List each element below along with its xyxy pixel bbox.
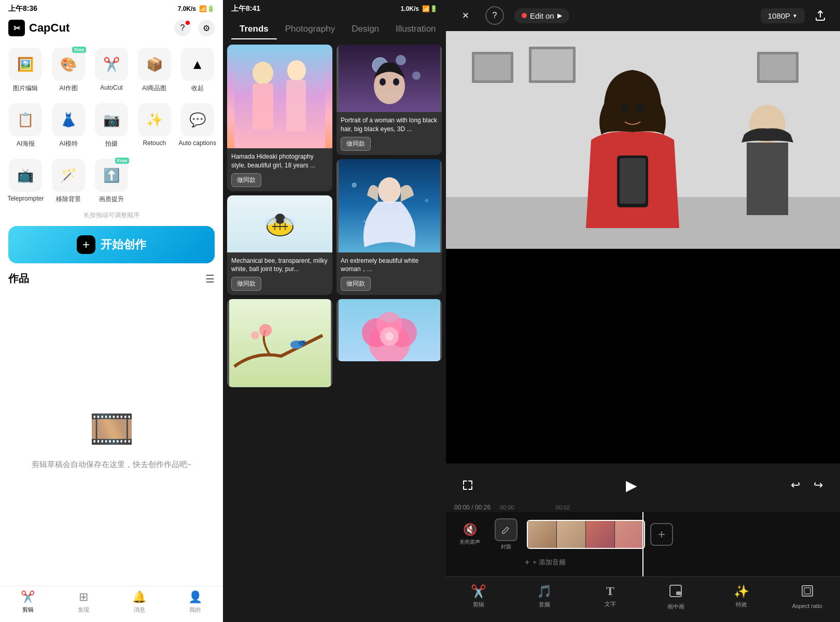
scissors-tool-icon: ✂️ bbox=[471, 584, 486, 599]
quality-selector[interactable]: 1080P ▼ bbox=[761, 8, 805, 23]
nav-item-discover[interactable]: ⊞ 发现 bbox=[56, 590, 112, 614]
tool-shoot[interactable]: 📷 拍摄 bbox=[90, 98, 133, 153]
play-button[interactable]: ▶ bbox=[620, 474, 643, 497]
tool-ai-poster[interactable]: 📋 AI海报 bbox=[4, 98, 47, 153]
tool-retouch[interactable]: ✨ Retouch bbox=[133, 98, 176, 153]
add-clip-button[interactable]: + bbox=[650, 523, 673, 546]
logo: ✂ CapCut bbox=[8, 20, 69, 36]
svg-rect-2 bbox=[253, 83, 273, 130]
svg-rect-4 bbox=[286, 80, 306, 132]
tool-audio[interactable]: 🎵 音频 bbox=[512, 581, 578, 614]
svg-point-31 bbox=[363, 220, 366, 222]
remove-bg-icon: 🪄 bbox=[52, 159, 85, 192]
fashion-card-body: Hamada Hideaki photography style, beauti… bbox=[227, 148, 332, 191]
status-time-2: 上午8:41 bbox=[231, 4, 260, 13]
tool-auto-captions-label: Auto captions bbox=[178, 139, 216, 147]
tool-ai-draw[interactable]: 🎨 Free AI作图 bbox=[47, 43, 90, 98]
video-preview bbox=[446, 31, 840, 463]
tool-ai-product[interactable]: 📦 AI商品图 bbox=[133, 43, 176, 98]
underwater-same-btn[interactable]: 做同款 bbox=[341, 277, 371, 291]
app-header: ✂ CapCut ? ⚙ bbox=[0, 16, 223, 43]
bee-same-btn[interactable]: 做同款 bbox=[231, 277, 261, 291]
svg-rect-48 bbox=[760, 54, 796, 80]
bird-image bbox=[227, 299, 332, 387]
card-bird bbox=[227, 299, 332, 387]
logo-text: CapCut bbox=[29, 21, 69, 35]
tab-design[interactable]: Design bbox=[343, 20, 387, 39]
tool-autocut-label: AutoCut bbox=[100, 84, 122, 91]
nav-edit-label: 剪辑 bbox=[22, 606, 34, 614]
add-audio-button[interactable]: + + 添加音频 bbox=[516, 555, 574, 570]
underwater-image bbox=[337, 159, 442, 252]
underwater-svg bbox=[339, 159, 440, 252]
close-button[interactable]: × bbox=[456, 6, 475, 25]
nav-item-profile[interactable]: 👤 我的 bbox=[167, 590, 223, 614]
mute-track-label[interactable]: 🔇 关闭原声 bbox=[454, 523, 485, 546]
settings-icon-btn[interactable]: ⚙ bbox=[198, 20, 215, 36]
undo-button[interactable]: ↩ bbox=[784, 474, 807, 497]
tool-auto-captions[interactable]: 💬 Auto captions bbox=[176, 98, 219, 153]
mute-label: 关闭原声 bbox=[459, 539, 480, 546]
svg-point-15 bbox=[259, 324, 272, 336]
help-icon-btn[interactable]: ? bbox=[174, 20, 191, 36]
empty-film-icon: 🎞️ bbox=[89, 407, 134, 450]
portrait-same-btn[interactable]: 做同款 bbox=[341, 137, 371, 151]
quality-label: 1080P bbox=[768, 11, 790, 20]
tool-text[interactable]: T 文字 bbox=[577, 581, 643, 614]
portrait-card-body: Portrait of a woman with long black hair… bbox=[337, 112, 442, 155]
works-sort-icon[interactable]: ☰ bbox=[205, 273, 215, 285]
nav-messages-label: 消息 bbox=[134, 606, 145, 614]
bottom-toolbar: ✂️ 剪辑 🎵 音频 T 文字 画中画 ✨ 特效 bbox=[446, 576, 840, 622]
tool-ai-model[interactable]: 👗 AI模特 bbox=[47, 98, 90, 153]
nav-item-messages[interactable]: 🔔 消息 bbox=[111, 590, 167, 614]
cover-track-label[interactable]: 封面 bbox=[491, 518, 522, 550]
card-portrait: Portrait of a woman with long black hair… bbox=[337, 45, 442, 155]
auto-captions-icon: 💬 bbox=[181, 103, 214, 136]
cover-icon-btn[interactable] bbox=[495, 518, 517, 541]
help-button[interactable]: ? bbox=[485, 6, 504, 25]
nav-item-edit[interactable]: ✂️ 剪辑 bbox=[0, 590, 56, 614]
category-tabs: Trends Photography Design Illustration bbox=[223, 16, 446, 39]
export-button[interactable] bbox=[811, 6, 830, 25]
bee-visual bbox=[227, 195, 332, 252]
tool-aspect-ratio[interactable]: Aspect ratio bbox=[774, 581, 840, 614]
edit-on-toggle[interactable]: Edit on ▶ bbox=[514, 8, 569, 23]
tool-edit-label: 剪辑 bbox=[473, 601, 484, 609]
tool-edit[interactable]: ✂️ 剪辑 bbox=[446, 581, 512, 614]
tab-illustration[interactable]: Illustration bbox=[387, 20, 444, 39]
time-mark-1: 00:02 bbox=[556, 504, 570, 511]
clip-thumbnails[interactable] bbox=[527, 520, 645, 549]
tool-autocut[interactable]: ✂️ AutoCut bbox=[90, 43, 133, 98]
image-edit-icon: 🖼️ bbox=[9, 48, 42, 81]
svg-point-32 bbox=[378, 177, 401, 203]
create-button[interactable]: + 开始创作 bbox=[8, 226, 215, 263]
tool-ai-draw-label: AI作图 bbox=[60, 84, 78, 93]
free-badge-2: Free bbox=[115, 158, 129, 164]
svg-point-50 bbox=[621, 104, 629, 114]
tool-remove-bg[interactable]: 🪄 移除背景 bbox=[47, 153, 90, 209]
tool-retouch-label: Retouch bbox=[143, 139, 166, 147]
tool-text-label: 文字 bbox=[605, 600, 616, 608]
card-bee: Mechanical bee, transparent, milky white… bbox=[227, 195, 332, 295]
time-mark-0: 00:00 bbox=[500, 504, 514, 511]
tab-photography[interactable]: Photography bbox=[277, 20, 343, 39]
tab-trends[interactable]: Trends bbox=[231, 20, 277, 39]
tool-collapse[interactable]: ▲ 收起 bbox=[176, 43, 219, 98]
tool-enhance[interactable]: ⬆️ Free 画质提升 bbox=[90, 153, 133, 209]
export-icon bbox=[814, 9, 827, 22]
bee-svg bbox=[259, 203, 301, 245]
tool-ai-product-label: AI商品图 bbox=[142, 84, 166, 93]
right-column: Portrait of a woman with long black hair… bbox=[337, 45, 442, 617]
svg-point-11 bbox=[275, 214, 285, 224]
add-audio-container: + + 添加音频 bbox=[454, 555, 574, 570]
tool-effects[interactable]: ✨ 特效 bbox=[709, 581, 775, 614]
autocut-icon: ✂️ bbox=[95, 48, 128, 81]
tool-pip[interactable]: 画中画 bbox=[643, 581, 709, 614]
fullscreen-button[interactable] bbox=[456, 474, 479, 497]
redo-button[interactable]: ↪ bbox=[807, 474, 830, 497]
status-right-2: 1.0K/s 📶🔋 bbox=[401, 5, 438, 12]
tool-image-edit[interactable]: 🖼️ 图片编辑 bbox=[4, 43, 47, 98]
status-time-1: 上午8:36 bbox=[8, 4, 37, 13]
fashion-same-btn[interactable]: 做同款 bbox=[231, 173, 261, 187]
tool-teleprompter[interactable]: 📺 Teleprompter bbox=[4, 153, 47, 209]
